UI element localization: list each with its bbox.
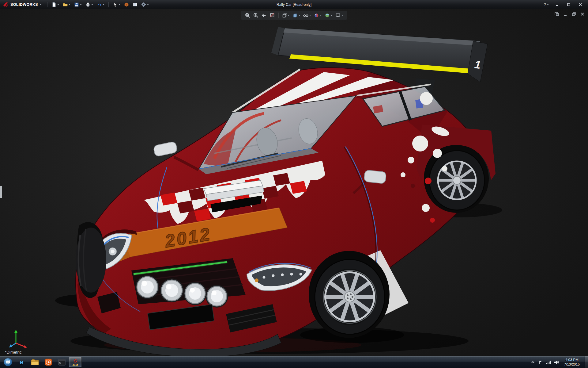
start-button[interactable] — [1, 357, 15, 368]
apply-scene-button[interactable] — [324, 12, 334, 19]
zoom-fit-button[interactable] — [244, 12, 251, 19]
document-window-controls — [554, 12, 585, 17]
brand-text: SOLIDWORKS — [10, 2, 38, 7]
previous-view-button[interactable] — [261, 12, 268, 19]
component-cube-icon — [124, 2, 129, 7]
solidworks-logo-icon — [2, 2, 9, 8]
orientation-triad — [7, 325, 30, 349]
display-style-button[interactable] — [292, 12, 301, 19]
save-caret-icon — [80, 4, 82, 5]
view-settings-icon — [335, 13, 341, 18]
new-caret-icon — [57, 4, 59, 5]
zoom-area-button[interactable] — [252, 12, 260, 19]
maximize-icon — [567, 3, 571, 6]
taskbar-app-command-prompt[interactable] — [55, 357, 68, 367]
doc-close-button[interactable] — [580, 12, 585, 17]
taskbar-clock[interactable]: 4:03 PM 7/13/2015 — [562, 358, 582, 367]
help-label: ? — [544, 2, 546, 7]
view-toolbar-separator — [278, 13, 279, 18]
display-style-cube-icon — [292, 13, 298, 18]
titlebar: SOLIDWORKS — [0, 0, 588, 9]
network-icon[interactable] — [546, 360, 551, 364]
close-icon — [579, 3, 582, 6]
view-orientation-label: *Dimetric — [5, 350, 22, 355]
taskbar-app-solidworks[interactable]: S 2015 — [69, 357, 82, 367]
new-file-icon — [51, 2, 56, 7]
window-controls: ? — [544, 2, 586, 8]
print-icon — [85, 2, 90, 7]
taskbar-app-media-player[interactable] — [42, 357, 55, 367]
show-desktop-button[interactable] — [585, 356, 588, 368]
section-view-icon — [270, 13, 275, 18]
graphics-area[interactable]: 1 — [0, 9, 588, 356]
maximize-button[interactable] — [565, 2, 572, 8]
save-floppy-icon — [74, 2, 79, 7]
sheet-grid-icon — [133, 2, 138, 7]
undo-caret-icon — [103, 4, 104, 5]
volume-icon[interactable] — [554, 360, 559, 365]
folder-icon — [31, 359, 39, 366]
window-title: Rally Car [Read-only] — [277, 0, 311, 9]
minimize-button[interactable] — [554, 2, 560, 8]
system-tray: 4:03 PM 7/13/2015 — [530, 356, 588, 368]
doc-minimize-button[interactable] — [563, 12, 568, 17]
zoom-fit-icon — [245, 13, 251, 18]
display-style-caret-icon — [299, 15, 300, 16]
sheet-button[interactable] — [131, 1, 139, 8]
solidworks-logo: SOLIDWORKS — [2, 2, 42, 8]
clock-time: 4:03 PM — [564, 358, 580, 362]
component-button[interactable] — [123, 1, 130, 8]
view-toolbar — [241, 11, 347, 20]
undo-icon — [97, 2, 102, 7]
doc-pane-button[interactable] — [554, 12, 559, 17]
taskbar-app-internet-explorer[interactable]: e — [15, 357, 28, 367]
scene-caret-icon — [331, 15, 333, 16]
solidworks-version-badge: 2015 — [73, 363, 78, 366]
workspace-caret-icon[interactable] — [40, 4, 42, 5]
hide-show-items-button[interactable] — [302, 12, 312, 19]
print-button[interactable] — [84, 1, 95, 8]
select-cursor-icon — [113, 2, 118, 7]
command-prompt-icon — [58, 359, 66, 366]
toolbar-separator — [47, 2, 47, 7]
view-settings-caret-icon — [341, 15, 343, 16]
help-button[interactable]: ? — [544, 2, 549, 7]
previous-view-icon — [262, 13, 267, 18]
glasses-icon — [303, 13, 309, 18]
graphics-viewport[interactable]: 1 — [0, 9, 588, 356]
solidworks-app-icon: S 2015 — [73, 358, 78, 366]
section-view-button[interactable] — [269, 12, 276, 19]
save-button[interactable] — [73, 1, 83, 8]
help-caret-icon — [547, 4, 549, 5]
appearance-ball-icon — [314, 13, 319, 18]
doc-restore-button[interactable] — [571, 12, 576, 17]
undo-button[interactable] — [95, 1, 106, 8]
zoom-area-icon — [253, 13, 259, 18]
view-orientation-button[interactable] — [281, 12, 291, 19]
close-button[interactable] — [577, 2, 584, 8]
view-settings-button[interactable] — [334, 12, 344, 19]
open-button[interactable] — [61, 1, 72, 8]
select-caret-icon — [119, 4, 120, 5]
solidworks-glyph: S — [74, 358, 77, 363]
view-orientation-caret-icon — [288, 15, 290, 16]
internet-explorer-icon: e — [20, 358, 23, 366]
hidden-icons-chevron[interactable] — [530, 360, 535, 365]
scene-globe-icon — [325, 13, 330, 18]
front-right-wheel[interactable] — [309, 251, 390, 338]
taskbar: e S 2015 — [0, 356, 588, 368]
clock-date: 7/13/2015 — [564, 362, 580, 367]
options-button[interactable] — [140, 1, 150, 8]
new-button[interactable] — [50, 1, 61, 8]
action-center-flag-icon[interactable] — [538, 360, 543, 365]
panel-splitter-handle[interactable] — [0, 186, 2, 198]
select-button[interactable] — [111, 1, 122, 8]
taskbar-app-file-explorer[interactable] — [28, 357, 41, 367]
edit-appearance-button[interactable] — [313, 12, 323, 19]
view-orientation-cube-icon — [282, 13, 287, 18]
options-caret-icon — [147, 4, 149, 5]
print-caret-icon — [91, 4, 93, 5]
windows-start-orb-icon — [3, 358, 13, 367]
toolbar-separator — [108, 2, 109, 7]
hide-show-caret-icon — [309, 15, 311, 16]
